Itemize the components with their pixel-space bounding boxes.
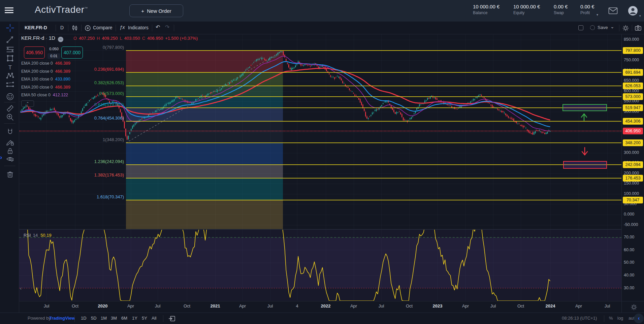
text-tool-icon[interactable]: T — [6, 63, 14, 72]
buy-button[interactable]: 407.000 — [61, 46, 83, 59]
lot-size-value[interactable]: 0.01 — [47, 53, 60, 59]
range-5y-button[interactable]: 5Y — [142, 316, 147, 321]
compare-button[interactable]: Compare — [93, 25, 112, 30]
fib-level-line[interactable] — [126, 72, 621, 73]
chart-legend-title[interactable]: KER.FR-d · 1D− — [21, 35, 63, 42]
collapse-toolbar-chevron-icon[interactable]: ‹ — [20, 285, 22, 291]
emoji-tool-icon[interactable] — [6, 92, 14, 101]
fib-level-line[interactable] — [126, 178, 621, 179]
pane-expand-button[interactable]: ⌃ — [21, 100, 34, 107]
save-dropdown-icon[interactable]: ⌄ — [610, 24, 614, 29]
range-all-button[interactable]: All — [152, 316, 156, 321]
zoom-in-tool-icon[interactable] — [6, 113, 14, 122]
ema-legend-row[interactable]: EMA 100 close 0433.890 — [21, 77, 70, 83]
time-axis-label: 2022 — [321, 303, 331, 309]
avatar[interactable] — [628, 6, 638, 16]
shapes-tool-icon[interactable] — [6, 54, 14, 63]
range-6m-button[interactable]: 6M — [121, 316, 127, 321]
range-1d-button[interactable]: 1D — [81, 316, 87, 321]
price-axis-border — [621, 34, 622, 313]
log-scale-button[interactable]: log — [617, 316, 623, 321]
ohlc-readout: O407.250H409.250L403.050C406.950+1.500 (… — [73, 36, 200, 41]
fib-band — [126, 97, 283, 107]
stat-label: Profit — [580, 10, 594, 15]
price-gridline — [19, 225, 621, 225]
pane-divider[interactable] — [19, 229, 621, 230]
percent-scale-button[interactable]: % — [609, 316, 613, 321]
mail-icon[interactable] — [608, 7, 618, 14]
menu-icon[interactable] — [5, 7, 13, 14]
symbol-button[interactable]: KER.FR-D — [25, 25, 47, 30]
stat-value: 10 000.00 € — [513, 4, 540, 9]
time-axis-label: 2024 — [546, 303, 555, 309]
fib-level-line[interactable] — [126, 200, 621, 200]
chart-style-icon[interactable] — [71, 25, 78, 31]
price-gridline — [19, 122, 621, 122]
time-axis-settings-icon[interactable] — [631, 304, 637, 311]
collapse-panel-chevron-icon[interactable]: ‹ — [634, 314, 644, 323]
settings-gear-icon[interactable] — [622, 25, 629, 31]
lock-all-tool-icon[interactable] — [6, 147, 14, 155]
rsi-legend[interactable]: RSI1450.19 — [24, 233, 52, 238]
fib-retracement-tool-icon[interactable] — [6, 45, 14, 54]
time-axis-label: Jul — [155, 303, 161, 309]
fib-level-line[interactable] — [126, 121, 621, 122]
profit-dropdown-icon[interactable]: ▾ — [597, 13, 598, 17]
remove-all-trash-icon[interactable] — [6, 170, 14, 179]
sell-button[interactable]: 406.950 — [24, 46, 45, 59]
drawing-tools-sidebar: T — [0, 22, 19, 313]
new-order-button[interactable]: + New Order — [129, 4, 183, 17]
range-1m-button[interactable]: 1M — [101, 316, 107, 321]
time-gridline — [493, 34, 493, 301]
cloud-save-icon[interactable] — [590, 25, 595, 30]
crosshair-tool-icon[interactable] — [6, 24, 14, 32]
drawing-lock-tool-icon[interactable] — [6, 138, 14, 147]
range-1y-button[interactable]: 1Y — [132, 316, 137, 321]
fib-level-line[interactable] — [126, 142, 621, 143]
price-gridline — [19, 112, 621, 112]
stop-zone-box[interactable] — [563, 161, 607, 169]
show-panel-chevron-icon[interactable]: › — [0, 154, 2, 161]
fib-level-line[interactable] — [126, 86, 621, 86]
fib-band — [126, 178, 283, 200]
stat-label: Equity — [513, 10, 540, 15]
undo-icon[interactable]: ↶ — [156, 24, 160, 30]
xabcd-pattern-tool-icon[interactable] — [6, 71, 14, 80]
go-to-date-icon[interactable] — [168, 316, 175, 322]
ruler-tool-icon[interactable] — [6, 104, 14, 113]
level-price-badge: 519.947 — [623, 104, 643, 111]
target-zone-box[interactable] — [562, 104, 607, 111]
collapse-legend-icon[interactable]: − — [58, 37, 63, 42]
magnet-tool-icon[interactable] — [6, 128, 14, 136]
time-axis-label: Oct — [72, 303, 78, 309]
range-3m-button[interactable]: 3M — [111, 316, 117, 321]
fib-level-line[interactable] — [126, 50, 621, 51]
indicators-icon[interactable]: ƒx — [120, 24, 125, 30]
ema-legend-row[interactable]: EMA 200 close 0466.389 — [21, 85, 70, 91]
hide-all-tool-icon[interactable] — [6, 155, 14, 164]
interval-button[interactable]: D — [60, 25, 64, 30]
layout-checkbox[interactable] — [578, 25, 583, 30]
save-button[interactable]: Save — [598, 25, 608, 30]
account-dropdown-icon[interactable]: ▾ — [639, 14, 641, 18]
fib-band — [126, 200, 283, 229]
range-5d-button[interactable]: 5D — [91, 316, 97, 321]
fib-level-line[interactable] — [126, 107, 621, 108]
trend-line-tool-icon[interactable] — [6, 35, 14, 44]
indicators-button[interactable]: Indicators — [128, 25, 149, 30]
stat-value: 0.00 € — [580, 4, 594, 9]
tradingview-link[interactable]: TradingView — [49, 316, 75, 321]
fib-level-line[interactable] — [126, 164, 621, 165]
clock-display[interactable]: 08:26:13 (UTC+1) — [562, 316, 597, 321]
ema-legend-row[interactable]: EMA 200 close 0466.389 — [21, 61, 70, 67]
time-axis-label: Apr — [127, 303, 134, 309]
ema-legend-row[interactable]: EMA 200 close 0466.389 — [21, 69, 70, 75]
forecast-tool-icon[interactable] — [6, 80, 14, 89]
ema-legend-row[interactable]: EMA 50 close 0412.122 — [21, 93, 68, 99]
screenshot-camera-icon[interactable] — [635, 25, 641, 31]
svg-text:T: T — [8, 64, 12, 71]
compare-icon[interactable] — [85, 25, 91, 31]
fib-level-line[interactable] — [126, 96, 621, 97]
level-price-badge: 348.200 — [623, 139, 643, 146]
fib-band — [126, 108, 283, 121]
